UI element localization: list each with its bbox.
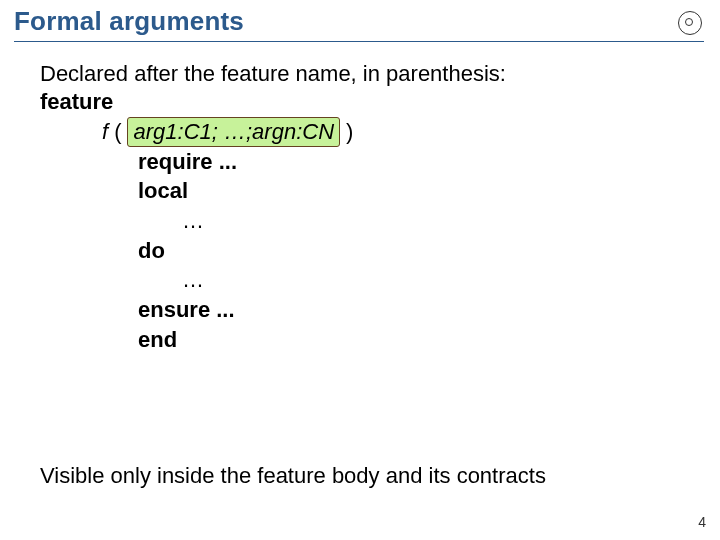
sig-f: f [102, 117, 108, 147]
slide: Formal arguments Declared after the feat… [0, 0, 720, 540]
line-ellipsis-1: … [66, 206, 720, 236]
args-highlight: arg1 : C1 ; …; argn : CN [127, 117, 340, 147]
code-block: f ( arg1 : C1 ; …; argn : CN ) require .… [0, 115, 720, 355]
page-number: 4 [698, 514, 706, 530]
sig-close: ) [346, 117, 353, 147]
line-ensure: ensure ... [66, 295, 720, 325]
sig-sep: ; …; [212, 118, 252, 146]
sig-argn: argn [252, 118, 296, 146]
slide-title: Formal arguments [14, 6, 244, 37]
sig-c1: C1 [184, 118, 212, 146]
line-end: end [66, 325, 720, 355]
sig-cn: CN [302, 118, 334, 146]
line-ellipsis-2: … [66, 265, 720, 295]
line-require: require ... [66, 147, 720, 177]
line-local: local [66, 176, 720, 206]
intro-block: Declared after the feature name, in pare… [0, 42, 720, 115]
feature-keyword: feature [40, 88, 698, 116]
line-do: do [66, 236, 720, 266]
logo-icon [678, 11, 702, 35]
closing-text: Visible only inside the feature body and… [40, 462, 680, 490]
signature-line: f ( arg1 : C1 ; …; argn : CN ) [66, 117, 720, 147]
intro-text: Declared after the feature name, in pare… [40, 60, 698, 88]
title-row: Formal arguments [0, 0, 720, 37]
sig-open: ( [114, 117, 121, 147]
sig-arg1: arg1 [133, 118, 177, 146]
